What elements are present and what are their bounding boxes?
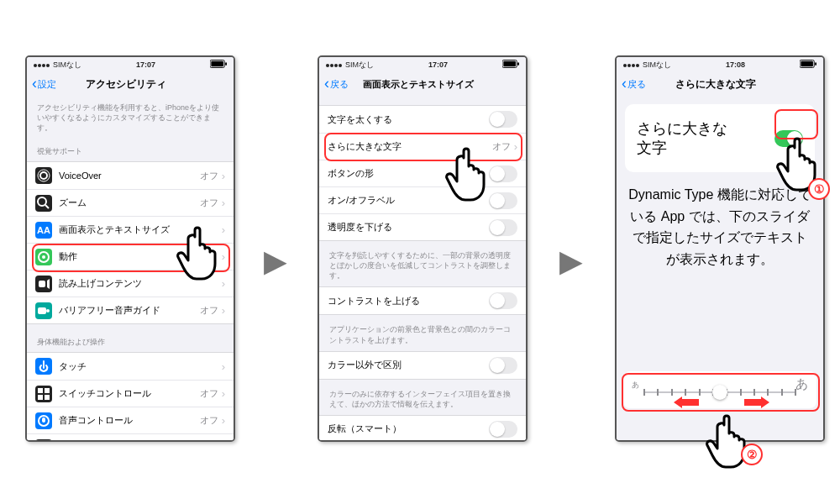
settings-row[interactable]: 反転（スマート）: [319, 416, 526, 440]
chevron-right-icon: ›: [222, 304, 225, 317]
carrier-text: SIMなし: [643, 60, 671, 71]
larger-text-label: さらに大きな文字: [637, 119, 727, 157]
svg-point-3: [40, 172, 47, 179]
step-arrow-icon: ▶: [264, 244, 287, 279]
slider-min-label: あ: [632, 380, 639, 391]
toggle[interactable]: [489, 357, 517, 374]
settings-row[interactable]: AA画面表示とテキストサイズ›: [27, 216, 234, 243]
settings-group-b: コントラストを上げる: [319, 286, 526, 315]
svg-rect-11: [38, 307, 46, 314]
settings-row[interactable]: さらに大きな文字オフ›: [319, 133, 526, 160]
phone-larger-text: SIMなし 17:08 戻る さらに大きな文字 さらに大きな文字 Dynamic…: [615, 55, 825, 442]
chevron-right-icon: ›: [222, 250, 225, 263]
section-header-visual: 視覚サポート: [27, 136, 234, 159]
settings-row[interactable]: スイッチコントロールオフ›: [27, 380, 234, 407]
row-value: オフ: [200, 304, 218, 317]
nav-bar: 戻る さらに大きな文字: [617, 72, 823, 96]
svg-line-6: [45, 205, 49, 208]
phone-display-text: SIMなし 17:07 戻る 画面表示とテキストサイズ 文字を太くするさらに大き…: [318, 55, 528, 442]
battery-icon: [210, 60, 227, 70]
svg-rect-15: [38, 395, 43, 400]
row-label: 反転（スマート）: [328, 423, 489, 435]
home-icon: [35, 439, 52, 440]
step-arrow-icon: ▶: [559, 244, 583, 279]
carrier-text: SIMなし: [345, 60, 374, 71]
nav-title: アクセシビリティ: [25, 77, 228, 92]
settings-row[interactable]: オン/オフラベル: [319, 186, 526, 213]
status-bar: SIMなし 17:07: [27, 57, 234, 72]
settings-group-motor: タッチ›スイッチコントロールオフ›音声コントロールオフ›ホームボタン›: [27, 352, 234, 440]
row-label: さらに大きな文字: [328, 140, 492, 153]
callout-number-2: ②: [741, 444, 763, 465]
audiodesc-icon: [35, 302, 52, 319]
text-size-slider-wrap: あ あ: [623, 371, 816, 408]
chevron-right-icon: ›: [222, 360, 225, 373]
settings-row[interactable]: ズームオフ›: [27, 189, 234, 216]
zoom-icon: [35, 195, 52, 212]
toggle[interactable]: [489, 165, 517, 182]
svg-point-9: [42, 255, 45, 259]
row-label: 読み上げコンテンツ: [59, 277, 222, 290]
settings-row[interactable]: 読み上げコンテンツ›: [27, 270, 234, 297]
settings-row[interactable]: タッチ›: [27, 353, 234, 380]
slider-max-label: あ: [795, 376, 808, 392]
toggle[interactable]: [489, 292, 517, 309]
toggle[interactable]: [489, 111, 517, 128]
svg-rect-13: [38, 388, 43, 393]
carrier-text: SIMなし: [53, 60, 81, 71]
chevron-right-icon: ›: [514, 140, 517, 153]
settings-group-c: カラー以外で区別: [319, 351, 526, 380]
row-label: VoiceOver: [59, 171, 200, 181]
battery-icon: [502, 60, 519, 70]
toggle[interactable]: [489, 219, 517, 236]
settings-row[interactable]: ボタンの形: [319, 160, 526, 186]
svg-rect-16: [45, 395, 50, 400]
chevron-right-icon: ›: [222, 387, 225, 400]
phone-accessibility: SIMなし 17:07 設定 アクセシビリティ アクセシビリティ機能を利用すると…: [25, 55, 235, 442]
text-size-slider[interactable]: [643, 391, 796, 393]
motion-icon: [35, 249, 52, 265]
svg-text:AA: AA: [37, 225, 50, 235]
red-arrow-left-icon: [674, 396, 699, 408]
settings-row[interactable]: 音声コントロールオフ›: [27, 407, 234, 433]
row-label: 画面表示とテキストサイズ: [59, 223, 222, 236]
battery-icon: [800, 60, 816, 70]
row-label: コントラストを上げる: [328, 295, 489, 307]
row-label: バリアフリー音声ガイド: [59, 304, 200, 317]
row-value: オフ: [200, 170, 218, 182]
settings-row[interactable]: コントラストを上げる: [319, 287, 526, 314]
touch-icon: [35, 358, 52, 375]
spoken-icon: [35, 276, 52, 292]
settings-group-a: 文字を太くするさらに大きな文字オフ›ボタンの形オン/オフラベル透明度を下げる: [319, 105, 526, 241]
toggle[interactable]: [489, 421, 517, 438]
red-arrow-right-icon: [744, 396, 769, 408]
status-time: 17:07: [81, 60, 210, 69]
toggle[interactable]: [489, 192, 517, 209]
row-label: オン/オフラベル: [328, 194, 489, 207]
chevron-right-icon: ›: [222, 223, 225, 236]
larger-text-card: さらに大きな文字: [625, 104, 815, 172]
voiceover-icon: [35, 167, 52, 184]
row-value: オフ: [200, 387, 218, 400]
row-value: オフ: [492, 140, 511, 153]
svg-rect-14: [45, 388, 50, 393]
row-label: ズーム: [59, 197, 200, 209]
svg-rect-25: [815, 62, 816, 66]
slider-knob[interactable]: [712, 385, 727, 400]
svg-point-5: [38, 197, 46, 206]
settings-row[interactable]: 文字を太くする: [319, 106, 526, 133]
settings-row[interactable]: カラー以外で区別: [319, 352, 526, 379]
larger-text-toggle[interactable]: [774, 130, 803, 147]
settings-row[interactable]: 動作›: [27, 243, 234, 270]
settings-row[interactable]: ホームボタン›: [27, 433, 234, 440]
row-value: オフ: [200, 197, 218, 209]
settings-group-visual: VoiceOverオフ›ズームオフ›AA画面表示とテキストサイズ›動作›読み上げ…: [27, 161, 234, 324]
settings-row[interactable]: バリアフリー音声ガイドオフ›: [27, 297, 234, 323]
svg-rect-10: [39, 281, 45, 287]
svg-rect-2: [225, 62, 227, 66]
settings-row[interactable]: VoiceOverオフ›: [27, 162, 234, 189]
settings-group-d: 反転（スマート）: [319, 415, 526, 440]
row-label: スイッチコントロール: [59, 387, 200, 400]
section-header-motor: 身体機能および操作: [27, 327, 234, 349]
settings-row[interactable]: 透明度を下げる: [319, 213, 526, 240]
